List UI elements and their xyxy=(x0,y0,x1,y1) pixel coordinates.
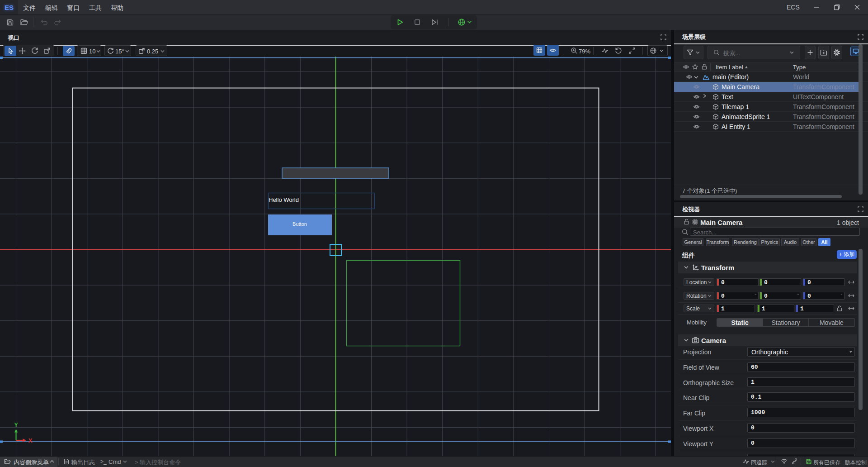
svg-text:Hello World: Hello World xyxy=(269,196,299,203)
svg-text:X: X xyxy=(28,437,33,444)
svg-text:Button: Button xyxy=(292,221,307,227)
svg-text:Y: Y xyxy=(14,421,18,428)
